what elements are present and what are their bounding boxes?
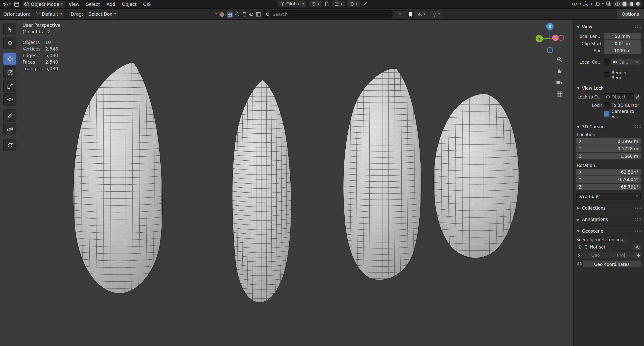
gizmo-z-neg-axis[interactable] xyxy=(547,47,553,53)
tool-annotate[interactable] xyxy=(3,109,16,122)
camera-to-view-checkbox[interactable]: ✓ xyxy=(604,111,610,117)
tool-move[interactable] xyxy=(3,53,16,65)
gizmo-x-neg-axis[interactable] xyxy=(558,35,564,40)
cursor-location-z-field[interactable]: Z1.566 m xyxy=(576,153,641,159)
panel-drag-handle[interactable] xyxy=(635,125,641,128)
drag-dropdown[interactable]: Select Box ▾ xyxy=(86,10,119,18)
add-crs-button[interactable]: + xyxy=(634,252,641,258)
tool-select-box[interactable] xyxy=(3,23,16,35)
panel-drag-handle[interactable] xyxy=(635,206,641,210)
menu-view[interactable]: View xyxy=(66,1,82,7)
panel-drag-handle[interactable] xyxy=(635,218,641,221)
orientation-dropdown[interactable]: Default ▾ xyxy=(33,10,65,18)
mesh-object-4[interactable] xyxy=(433,94,519,258)
snap-magnet-icon[interactable] xyxy=(324,1,329,7)
cursor-location-x-field[interactable]: X0.1992 m xyxy=(576,138,641,145)
overlays-chevron-icon[interactable]: ▾ xyxy=(602,2,604,6)
tool-rotate[interactable] xyxy=(3,66,16,79)
menu-add[interactable]: Add xyxy=(104,1,118,7)
ortho-grid-button[interactable] xyxy=(554,89,565,99)
object-visibility-icon[interactable] xyxy=(572,2,578,7)
cursor-rotation-y-field[interactable]: Y0.76004° xyxy=(576,176,641,183)
pan-hand-button[interactable] xyxy=(554,66,565,76)
panel-annotations-header[interactable]: ▶ Annotations xyxy=(576,216,641,223)
bookmark-icon[interactable] xyxy=(408,12,413,17)
panel-geoscene-header[interactable]: ▼ Geoscene xyxy=(576,227,641,235)
blender-logo-icon[interactable] xyxy=(3,1,8,7)
panel-3d-cursor-header[interactable]: ▼ 3D Cursor xyxy=(576,123,641,130)
tool-scale[interactable] xyxy=(3,80,16,92)
crs-radio-icon[interactable] xyxy=(576,245,583,249)
to-3d-cursor-checkbox[interactable] xyxy=(604,102,610,108)
clip-end-field[interactable]: 1000 m xyxy=(604,47,641,54)
tool-measure[interactable] xyxy=(3,123,16,135)
zoom-button[interactable] xyxy=(554,54,565,65)
navigation-gizmo[interactable]: Z Y xyxy=(531,20,568,57)
tool-add-cube[interactable] xyxy=(3,139,16,151)
panel-view-lock-header[interactable]: ▼ View Lock xyxy=(576,84,641,92)
tool-transform[interactable] xyxy=(3,93,16,106)
menu-select[interactable]: Select xyxy=(83,1,103,7)
visibility-chevron-icon[interactable]: ▾ xyxy=(579,2,581,6)
lock-to-object-field[interactable]: Object xyxy=(604,93,634,100)
options-button[interactable]: Options xyxy=(617,9,644,19)
mesh-display-icon[interactable] xyxy=(235,12,240,17)
cylinder-display-icon[interactable] xyxy=(242,12,247,17)
proj-button[interactable]: Proj xyxy=(609,252,633,258)
search-field[interactable] xyxy=(263,10,392,19)
basemap-toggle-icon[interactable] xyxy=(227,11,233,17)
crs-add-radio-icon[interactable] xyxy=(576,253,583,257)
render-region-checkbox[interactable] xyxy=(604,72,610,78)
shading-solid-icon[interactable] xyxy=(621,1,627,7)
gizmos-toggle-icon[interactable] xyxy=(583,1,588,7)
editor-type-icon[interactable] xyxy=(14,2,19,7)
rotation-mode-dropdown[interactable]: XYZ Euler ▾ xyxy=(576,193,641,200)
cursor-rotation-x-field[interactable]: X63.524° xyxy=(576,169,641,176)
geo-button[interactable]: Geo xyxy=(583,252,608,258)
shading-wireframe-icon[interactable] xyxy=(615,1,620,7)
transform-orientation-dropdown[interactable]: Global ▾ xyxy=(278,1,306,8)
torus-display-icon[interactable] xyxy=(249,12,254,17)
focal-length-field[interactable]: 50 mm xyxy=(604,33,641,39)
shading-ball-icon[interactable] xyxy=(219,12,225,17)
3d-viewport[interactable]: User Perspective (1) lights | 2 Objects1… xyxy=(0,20,573,346)
clip-start-field[interactable]: 0.01 m xyxy=(604,40,641,47)
pivot-point-dropdown[interactable]: ▾ xyxy=(309,1,322,8)
search-options-dropdown[interactable]: ▾ xyxy=(394,10,406,19)
grid-display-icon[interactable] xyxy=(256,12,261,17)
collapse-chevron-icon[interactable]: ▾ xyxy=(215,13,217,16)
gizmos-chevron-icon[interactable]: ▾ xyxy=(590,2,592,6)
shading-material-icon[interactable] xyxy=(629,1,634,7)
proportional-editing-dropdown[interactable]: ▾ xyxy=(347,1,360,8)
gear-icon[interactable] xyxy=(633,244,641,250)
shading-rendered-icon[interactable] xyxy=(635,1,641,7)
camera-view-button[interactable] xyxy=(554,77,565,88)
mesh-object-1[interactable] xyxy=(73,62,163,295)
mode-dropdown[interactable]: Object Mode ▾ xyxy=(22,1,65,8)
display-preset-dropdown[interactable]: ▾ xyxy=(415,11,427,18)
snap-target-dropdown[interactable]: ▾ xyxy=(332,1,345,8)
search-input[interactable] xyxy=(272,12,389,17)
mesh-object-3[interactable] xyxy=(343,68,421,280)
panel-drag-handle[interactable] xyxy=(635,229,641,233)
xray-toggle-icon[interactable] xyxy=(606,1,611,7)
local-camera-clear-button[interactable]: ✕ xyxy=(634,59,641,65)
eyedropper-icon[interactable] xyxy=(634,93,641,100)
panel-drag-handle[interactable] xyxy=(635,25,641,28)
panel-collections-header[interactable]: ▶ Collections xyxy=(576,204,641,212)
menu-object[interactable]: Object xyxy=(119,1,139,7)
local-camera-checkbox[interactable] xyxy=(604,59,610,65)
geo-coordinates-button[interactable]: Geo-coordinates xyxy=(583,260,641,267)
cursor-rotation-z-field[interactable]: Z65.791° xyxy=(576,184,641,190)
filter-dropdown[interactable]: ▾ xyxy=(430,11,442,18)
menu-gis[interactable]: GIS xyxy=(140,1,154,7)
falloff-curve-icon[interactable] xyxy=(362,1,368,7)
gizmo-x-axis[interactable] xyxy=(552,35,558,41)
app-menu-chevron-icon[interactable]: ▾ xyxy=(9,3,11,6)
panel-view-header[interactable]: ▼ View xyxy=(576,23,641,30)
mesh-object-2[interactable] xyxy=(232,80,292,303)
cursor-location-y-field[interactable]: Y-0.1728 m xyxy=(576,145,641,152)
tool-cursor[interactable] xyxy=(3,37,16,49)
overlays-toggle-icon[interactable] xyxy=(594,2,600,7)
local-camera-field[interactable]: Ca... xyxy=(611,59,634,65)
